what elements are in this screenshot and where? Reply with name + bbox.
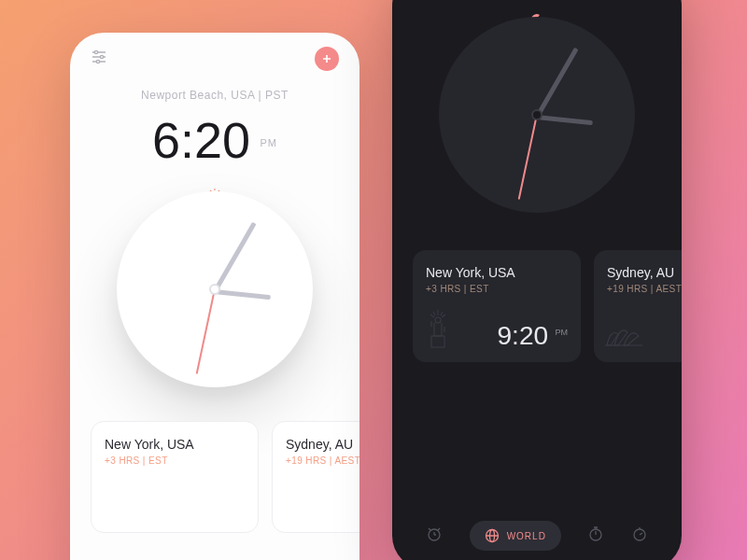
timer-tab[interactable] [631, 525, 648, 546]
statue-of-liberty-icon [424, 308, 452, 353]
svg-line-19 [441, 312, 443, 315]
clock-face [439, 17, 635, 213]
svg-point-22 [435, 317, 441, 323]
svg-rect-23 [431, 336, 444, 347]
second-hand [518, 116, 538, 200]
city-cards-row: New York, USA +3 HRS | EST Sydney, AU +1… [70, 421, 359, 533]
bottom-nav: WORLD [392, 521, 682, 551]
second-hand [196, 290, 216, 374]
phone-light: Newport Beach, USA | PST 6:20 PM New Yor… [70, 33, 359, 560]
svg-point-5 [96, 60, 99, 63]
card-offset: +19 HRS | AEST [607, 284, 682, 294]
stopwatch-tab[interactable] [587, 525, 604, 546]
clock-center [211, 286, 218, 293]
hour-hand [537, 115, 593, 125]
card-time: 9:20 [498, 321, 549, 350]
card-city: Sydney, AU [607, 265, 682, 280]
main-time: 6:20 PM [70, 111, 359, 169]
city-card[interactable]: New York, USA +3 HRS | EST [91, 421, 259, 533]
analog-clock [439, 17, 635, 213]
card-offset: +3 HRS | EST [105, 455, 245, 466]
time-value: 6:20 [152, 111, 250, 169]
location-label: Newport Beach, USA | PST [70, 89, 359, 102]
city-card[interactable]: New York, USA +3 HRS | EST 9:20 PM [413, 250, 581, 362]
card-offset: +3 HRS | EST [426, 284, 568, 294]
svg-line-20 [430, 315, 434, 317]
settings-icon[interactable] [91, 49, 107, 69]
city-card[interactable]: Sydney, AU +19 HRS | AEST [272, 421, 359, 533]
city-cards-row: New York, USA +3 HRS | EST 9:20 PM Sydn [392, 250, 682, 362]
analog-clock [117, 191, 313, 387]
phone-dark: New York, USA +3 HRS | EST 9:20 PM Sydn [392, 0, 682, 560]
nav-active-label: WORLD [507, 531, 546, 541]
card-ampm: PM [556, 328, 569, 337]
topbar [70, 33, 359, 85]
opera-house-icon [605, 319, 642, 353]
card-time-row: 9:20 PM [498, 321, 568, 351]
svg-line-29 [438, 528, 440, 530]
time-ampm: PM [261, 137, 278, 148]
card-city: New York, USA [426, 265, 568, 280]
svg-line-18 [433, 312, 435, 315]
card-offset: +19 HRS | AEST [286, 455, 359, 466]
clock-face [117, 191, 313, 387]
card-city: Sydney, AU [286, 437, 359, 452]
minute-hand [535, 48, 579, 119]
svg-point-3 [100, 55, 103, 58]
add-button[interactable] [315, 47, 339, 71]
svg-point-1 [94, 50, 97, 53]
clock-center [533, 111, 541, 119]
hour-hand [215, 289, 271, 300]
city-card[interactable]: Sydney, AU +19 HRS | AEST 1 [594, 250, 682, 362]
svg-line-38 [640, 533, 642, 535]
svg-line-28 [429, 528, 430, 530]
card-city: New York, USA [105, 437, 245, 452]
alarm-tab[interactable] [426, 525, 443, 546]
svg-line-21 [442, 315, 445, 317]
world-tab[interactable]: WORLD [470, 521, 561, 551]
minute-hand [213, 222, 257, 293]
